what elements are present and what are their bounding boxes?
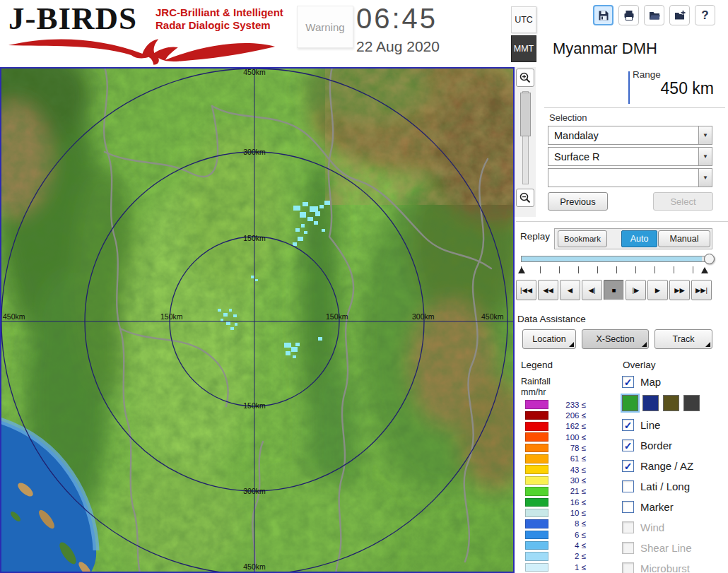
transport-button[interactable]: ▶▶	[669, 280, 690, 300]
track-button[interactable]: Track	[654, 329, 712, 349]
transport-button[interactable]: ◀	[560, 280, 580, 300]
zoom-in-icon	[519, 71, 532, 84]
legend-row: 43 ≤	[525, 464, 610, 475]
auto-mode-button[interactable]: Auto	[621, 230, 657, 247]
checkbox[interactable]: ✓	[622, 439, 634, 451]
check-icon: ✓	[624, 461, 633, 472]
transport-button[interactable]: |◀◀	[516, 280, 536, 300]
checkbox[interactable]: ✓	[622, 542, 634, 554]
chevron-down-icon[interactable]: ▼	[698, 148, 712, 165]
transport-button[interactable]: |▶	[626, 280, 646, 300]
bookmark-button[interactable]: Bookmark	[558, 230, 607, 247]
check-icon: ✓	[624, 440, 633, 451]
checkbox[interactable]: ✓	[622, 480, 634, 492]
j-birds-app: J-BIRDS JRC-Brilliant & Intelligent Rada…	[0, 0, 728, 573]
range-ring-label: 300km	[243, 148, 266, 156]
legend-value: 10 ≤	[555, 509, 586, 517]
timeline-handle[interactable]	[704, 254, 715, 264]
print-button[interactable]	[618, 5, 639, 25]
playback-controls: |◀◀ ◀◀ ◀ ◀| ■ |▶ ▶ ▶▶ ▶▶|	[516, 280, 712, 300]
app-logo-title: J-BIRDS	[8, 0, 137, 37]
x-section-button[interactable]: X-Section	[582, 329, 649, 349]
overlay-item[interactable]: ✓ Microburst	[622, 561, 728, 573]
legend-value: 30 ≤	[555, 476, 586, 485]
legend-row: 10 ≤	[525, 507, 610, 518]
add-window-button[interactable]	[669, 5, 690, 25]
open-button[interactable]	[644, 5, 664, 25]
selection-dropdown[interactable]: Surface R ▼	[548, 147, 712, 166]
overlay-item-label: Range / AZ	[640, 460, 693, 472]
legend-color-swatch	[525, 498, 548, 507]
chevron-down-icon[interactable]: ▼	[698, 126, 712, 144]
zoom-in-button[interactable]	[516, 69, 534, 87]
map-style-swatch[interactable]	[622, 395, 638, 411]
legend-row: 61 ≤	[525, 454, 610, 464]
legend-color-swatch	[525, 476, 548, 485]
map-checkbox[interactable]: ✓	[622, 376, 634, 388]
checkbox[interactable]: ✓	[622, 562, 634, 573]
overlay-item[interactable]: ✓ Shear Line	[622, 540, 728, 555]
transport-button[interactable]: ◀◀	[538, 280, 558, 300]
location-button[interactable]: Location	[522, 329, 576, 349]
map-style-swatch[interactable]	[642, 395, 659, 411]
checkbox[interactable]: ✓	[622, 419, 634, 431]
overlay-item-map[interactable]: ✓ Map	[622, 374, 728, 389]
timeline-ticks	[521, 266, 712, 273]
selection-dropdown[interactable]: Mandalay ▼	[548, 126, 712, 145]
overlay-title: Overlay	[623, 360, 656, 370]
divider	[544, 107, 725, 108]
selection-dropdown[interactable]: ▼	[548, 168, 712, 187]
dropdown-value: Mandalay	[548, 130, 698, 141]
legend-unit: mm/hr	[521, 387, 546, 397]
transport-button[interactable]: ▶▶|	[691, 280, 712, 300]
timeline-end-marker	[701, 267, 708, 273]
checkbox[interactable]: ✓	[622, 501, 634, 513]
legend-color-swatch	[525, 552, 548, 561]
check-icon: ✓	[624, 377, 633, 388]
checkbox[interactable]: ✓	[622, 460, 634, 472]
select-button[interactable]: Select	[653, 192, 713, 211]
transport-button[interactable]: ▶	[647, 280, 668, 300]
overlay-item[interactable]: ✓ Wind	[622, 520, 728, 535]
chevron-down-icon[interactable]: ▼	[698, 169, 712, 187]
previous-button[interactable]: Previous	[548, 192, 608, 211]
overlay-item[interactable]: ✓ Marker	[622, 500, 728, 514]
transport-button[interactable]: ■	[604, 280, 624, 300]
zoom-out-icon	[519, 191, 532, 204]
overlay-item[interactable]: ✓ Lati / Long	[622, 479, 728, 494]
utc-button[interactable]: UTC	[511, 6, 536, 33]
legend-parameter: Rainfall	[521, 377, 551, 386]
manual-mode-button[interactable]: Manual	[658, 230, 710, 247]
checkbox[interactable]: ✓	[622, 521, 634, 533]
overlay-panel: ✓ Map ✓ Line ✓ Bo	[622, 374, 728, 573]
legend-color-swatch	[525, 422, 548, 431]
overlay-item[interactable]: ✓ Line	[622, 418, 728, 432]
selection-label: Selection	[549, 112, 587, 123]
zoom-slider-thumb[interactable]	[520, 93, 531, 136]
legend-value: 233 ≤	[555, 401, 586, 409]
mmt-button[interactable]: MMT	[511, 35, 536, 62]
eagle-logo-icon	[6, 33, 278, 65]
zoom-out-button[interactable]	[516, 189, 534, 207]
map-style-swatch[interactable]	[683, 395, 700, 411]
map-style-swatch[interactable]	[663, 395, 679, 411]
legend-row: 30 ≤	[525, 475, 610, 485]
replay-timeline-slider[interactable]	[521, 256, 712, 262]
range-ring-label: 300km	[243, 487, 266, 495]
transport-button[interactable]: ◀|	[582, 280, 602, 300]
folder-plus-icon	[674, 9, 686, 22]
legend-row: 100 ≤	[525, 432, 610, 442]
save-button[interactable]	[593, 5, 613, 25]
warning-button[interactable]: Warning	[297, 6, 353, 48]
legend-row: 16 ≤	[525, 497, 610, 507]
overlay-item[interactable]: ✓ Range / AZ	[622, 459, 728, 473]
overlay-item-label: Map	[640, 376, 661, 388]
radar-map[interactable]: 450km 300km 150km 150km 300km 450km 450k…	[0, 67, 515, 573]
help-button[interactable]: ?	[695, 5, 715, 25]
overlay-item[interactable]: ✓ Border	[622, 438, 728, 453]
legend-color-swatch	[525, 432, 548, 442]
legend-value: 206 ≤	[555, 411, 586, 420]
clock-date: 22 Aug 2020	[356, 38, 440, 55]
overlay-item-label: Shear Line	[640, 542, 692, 554]
print-icon	[623, 9, 635, 22]
